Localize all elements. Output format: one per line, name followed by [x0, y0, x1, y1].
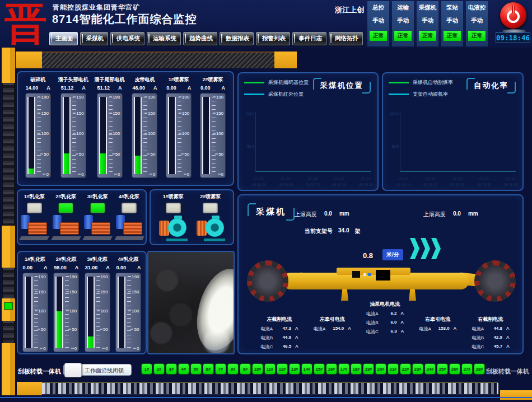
support-status-box[interactable]: 13# [289, 363, 300, 375]
current-group: 左截割电流电流A47.3A电流B44.9A电流C46.5A [258, 316, 301, 353]
pump-status-indicator[interactable] [166, 203, 181, 213]
spray-pump: 1#喷雾泵 [158, 193, 188, 241]
system-status-badge: 正常 [419, 31, 436, 41]
support-status-box[interactable]: 3# [166, 363, 177, 375]
nav-tab-6[interactable]: 报警列表 [256, 32, 290, 45]
pump-label: 3#乳化泵 [87, 193, 108, 200]
system-mode-button[interactable]: 手动 [397, 17, 409, 25]
support-status-box[interactable]: 4# [178, 363, 189, 375]
company-name: 晋能控股煤业集团晋华宫矿 [53, 3, 140, 12]
chart-legend: 采煤机自动割煤率支架自动跟机率 [389, 79, 453, 102]
pump-status-indicator[interactable] [122, 203, 137, 213]
current-row: 电流A47.3A [258, 326, 301, 332]
interlock-toggle[interactable]: 工作面沿线闭锁 [63, 364, 132, 376]
support-status-box[interactable]: 10# [252, 363, 263, 375]
support-status-box[interactable]: 25# [437, 363, 448, 375]
gauge-bar: 190150100500 [166, 93, 192, 178]
gauge-tick-label: 190 [144, 95, 155, 100]
nav-tab-8[interactable]: 网络拓扑 [329, 32, 363, 45]
gauge-bar: 190150100500 [25, 93, 51, 178]
system-mode-button[interactable]: 手动 [372, 17, 384, 25]
nav-tab-2[interactable]: 供电系统 [110, 32, 144, 45]
nav-tab-7[interactable]: 事件日志 [292, 32, 326, 45]
support-status-box[interactable]: 18# [351, 363, 362, 375]
bottom-divider [0, 397, 532, 398]
support-status-box[interactable]: 17# [338, 363, 349, 375]
x-axis-label: 07-1809:18:46 [252, 176, 266, 187]
pump-status-indicator[interactable] [90, 203, 105, 213]
gauge-bar: 190150100500 [60, 93, 86, 178]
support-status-box[interactable]: 28# [474, 363, 485, 375]
gauge-tick-label: 150 [128, 289, 139, 294]
y-axis-label: 50.0 [241, 144, 254, 148]
support-status-box[interactable]: 22# [400, 363, 411, 375]
pump-status-indicator[interactable] [58, 203, 73, 213]
gauge-tick-label: 100 [38, 131, 48, 136]
support-status-box[interactable]: 27# [461, 363, 473, 375]
support-status-box[interactable]: 1# [141, 363, 152, 375]
current-row: 电流C45.7A [469, 344, 512, 350]
nav-tab-3[interactable]: 运输系统 [147, 32, 181, 45]
nav-tab-4[interactable]: 趋势曲线 [183, 32, 217, 45]
legend-line [389, 82, 409, 83]
system-mode-button[interactable]: 手动 [422, 17, 433, 25]
gauge-bar: 190150100500 [53, 273, 79, 352]
support-status-box[interactable]: 11# [264, 363, 276, 375]
legend-line [389, 94, 409, 95]
nav-tab-0[interactable]: 主画面 [49, 32, 78, 45]
gauge-fill [64, 153, 69, 174]
nav-tab-1[interactable]: 采煤机 [80, 32, 109, 45]
gauge: 1#乳化泵0.00A190150100500 [21, 256, 49, 352]
system-name: 电液控 [468, 4, 486, 12]
current-group-title: 右牵引电流 [416, 316, 460, 323]
emulsion-pumps-panel: 1#乳化泵2#乳化泵3#乳化泵4#乳化泵 [17, 189, 147, 245]
camera-feed[interactable] [147, 251, 235, 354]
support-status-box[interactable]: 16# [326, 363, 337, 375]
x-axis-label: 07-1809:18:46 [279, 176, 293, 187]
x-axis-label: 07-1809:18:46 [450, 176, 464, 187]
support-status-box[interactable]: 26# [449, 363, 460, 375]
gauge-value: 0.00A [114, 265, 142, 270]
legend-line [244, 94, 264, 95]
gauge-tick-label: 100 [109, 131, 120, 136]
support-status-box[interactable]: 24# [424, 363, 436, 375]
pump-status-indicator[interactable] [203, 203, 218, 213]
support-status-box[interactable]: 8# [227, 363, 239, 375]
support-status-box[interactable]: 7# [215, 363, 226, 375]
support-status-box[interactable]: 6# [203, 363, 214, 375]
system-status-badge: 正常 [370, 31, 387, 41]
nav-tab-5[interactable]: 数据报表 [220, 32, 254, 45]
support-status-box[interactable]: 5# [190, 363, 202, 375]
current-row: 电流B44.9A [258, 335, 301, 341]
support-status-box[interactable]: 2# [153, 363, 165, 375]
support-status-box[interactable]: 9# [240, 363, 251, 375]
interlock-knob[interactable] [64, 363, 82, 377]
gauge-tick-label: 190 [128, 274, 139, 279]
chart-x-axis: 07-1809:18:4607-1809:18:4607-1809:18:460… [396, 176, 518, 187]
gauge-tick-label: 190 [213, 95, 223, 100]
support-status-box[interactable]: 15# [314, 363, 325, 375]
gauge-tick-label: 50 [68, 327, 77, 332]
power-button[interactable] [500, 2, 526, 29]
conveyor-drive-block [16, 52, 42, 68]
spray-pumps-panel: 1#喷雾泵2#喷雾泵 [150, 189, 234, 245]
support-status-box[interactable]: 14# [301, 363, 312, 375]
support-status-box[interactable]: 20# [375, 363, 386, 375]
chart-title: 采煤机位置 [313, 78, 371, 94]
support-status-box[interactable]: 19# [363, 363, 374, 375]
current-row: 电流A44.8A [469, 326, 512, 332]
support-status-box[interactable]: 23# [412, 363, 423, 375]
left-conveyor-graphic [2, 48, 15, 395]
gauge-bar: 190150100500 [132, 93, 157, 178]
gauge-tick-label: 0 [133, 346, 139, 351]
pump-status-indicator[interactable] [27, 203, 42, 213]
gauge-value: 31.00A [83, 265, 111, 270]
system-status-bar: 总控手动正常运输手动正常采煤机手动正常泵站手动正常电液控手动正常 [367, 1, 488, 46]
system-status-column: 总控手动正常 [367, 1, 389, 46]
support-status-box[interactable]: 21# [388, 363, 399, 375]
gauge-tick-label: 50 [130, 327, 139, 332]
x-axis-label: 07-1809:18:46 [504, 176, 518, 187]
system-mode-button[interactable]: 手动 [446, 17, 458, 25]
system-mode-button[interactable]: 手动 [471, 17, 483, 25]
support-status-box[interactable]: 12# [277, 363, 288, 375]
